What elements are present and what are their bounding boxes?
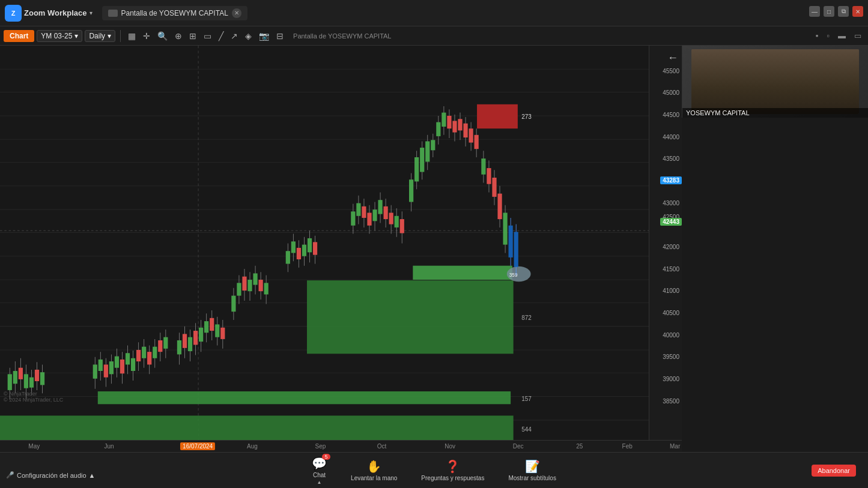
indicator-icon[interactable]: ◈ — [243, 30, 254, 42]
avatar-image — [682, 46, 868, 118]
zoom-logo: Z — [5, 5, 22, 22]
crosshair-icon[interactable]: ⊞ — [187, 30, 199, 42]
chat-label: Chat — [313, 472, 326, 478]
leave-button[interactable]: Abandonar — [812, 465, 856, 477]
price-39000: 39000 — [663, 376, 682, 382]
raise-hand-button[interactable]: ✋ Levantar la mano — [351, 459, 397, 481]
restore-button[interactable]: ⧉ — [838, 6, 849, 17]
maximize-button[interactable]: □ — [824, 6, 834, 17]
status-bar-text: Pantalla de YOSEWYM CAPITAL — [293, 32, 391, 40]
svg-rect-0 — [0, 46, 682, 452]
subtitles-button[interactable]: 📝 Mostrar subtítulos — [508, 459, 556, 481]
subtitles-label: Mostrar subtítulos — [508, 475, 556, 481]
price-45500: 45500 — [663, 68, 682, 74]
svg-rect-153 — [452, 121, 457, 132]
price-42000: 42000 — [663, 244, 682, 250]
close-button[interactable]: ✕ — [852, 6, 863, 17]
svg-rect-43 — [40, 372, 44, 385]
layout-icon-1[interactable]: ▪ — [813, 30, 822, 41]
minimize-button[interactable]: — — [809, 6, 820, 17]
price-39500: 39500 — [663, 354, 682, 360]
svg-rect-161 — [475, 135, 479, 149]
window-controls: — □ ⧉ ✕ — [809, 6, 863, 17]
audio-config[interactable]: 🎤 Configuración del audio ▲ — [6, 471, 95, 479]
timeframe-select[interactable]: Daily ▾ — [85, 30, 115, 42]
symbol-dropdown-arrow: ▾ — [74, 32, 78, 40]
svg-rect-53 — [115, 357, 119, 368]
qa-label: Preguntas y respuestas — [421, 475, 484, 481]
svg-rect-31 — [8, 374, 12, 390]
crosshair-tool-icon[interactable]: ✛ — [141, 30, 153, 42]
bar-chart-icon[interactable]: ▦ — [126, 30, 138, 42]
svg-rect-117 — [351, 211, 355, 225]
screen-close-button[interactable]: ✕ — [232, 8, 241, 18]
svg-rect-165 — [487, 168, 491, 184]
current-price-badge-42443: 42443 — [660, 218, 682, 226]
price-44000: 44000 — [663, 134, 682, 140]
svg-rect-41 — [35, 370, 39, 381]
svg-rect-159 — [469, 128, 473, 142]
svg-rect-121 — [362, 206, 366, 218]
layout-icon-3[interactable]: ▬ — [835, 30, 849, 41]
selected-date: 16/07/2024 — [180, 442, 215, 450]
zoom-out-icon[interactable]: 🔍 — [155, 30, 170, 42]
svg-rect-133 — [395, 216, 399, 227]
svg-rect-123 — [367, 212, 371, 225]
zoom-logo-text: Z — [11, 10, 16, 17]
chat-badge-count: 5 — [322, 454, 330, 460]
svg-rect-51 — [109, 361, 114, 374]
symbol-select[interactable]: YM 03-25 ▾ — [37, 30, 82, 42]
microphone-icon: 🎤 — [6, 471, 14, 479]
chart-toolbar: Chart YM 03-25 ▾ Daily ▾ ▦ ✛ 🔍 ⊕ ⊞ ▭ ╱ ↗… — [0, 26, 868, 46]
qa-button[interactable]: ❓ Preguntas y respuestas — [421, 459, 484, 481]
avatar-person — [691, 49, 858, 114]
price-40500: 40500 — [663, 310, 682, 316]
svg-rect-47 — [99, 360, 103, 371]
price-45000: 45000 — [663, 89, 682, 96]
zoom-logo-area: Z Zoom Workplace ▾ — [5, 5, 93, 22]
svg-rect-171 — [503, 212, 507, 244]
svg-rect-141 — [420, 148, 424, 172]
chat-button[interactable]: 💬5 Chat ▲ — [312, 456, 327, 485]
svg-rect-143 — [425, 141, 429, 161]
rectangle-icon[interactable]: ▭ — [201, 30, 214, 42]
svg-rect-99 — [253, 273, 257, 285]
svg-rect-39 — [29, 378, 34, 388]
screen-icon — [108, 10, 118, 17]
svg-rect-73 — [177, 340, 181, 354]
back-arrow-button[interactable]: ← — [667, 52, 678, 64]
svg-rect-175 — [514, 232, 518, 267]
chart-tab[interactable]: Chart — [4, 30, 34, 42]
svg-rect-79 — [193, 331, 198, 345]
svg-rect-101 — [258, 280, 263, 291]
camera-icon[interactable]: 📷 — [256, 30, 272, 42]
svg-rect-35 — [19, 368, 23, 379]
svg-rect-61 — [136, 350, 141, 361]
svg-text:544: 544 — [521, 425, 532, 433]
top-bar: Z Zoom Workplace ▾ Pantalla de YOSEWYM C… — [0, 0, 868, 26]
layout-icon-4[interactable]: ▭ — [851, 30, 864, 41]
svg-rect-21 — [98, 391, 511, 404]
arrow-icon[interactable]: ↗ — [228, 30, 240, 42]
svg-rect-111 — [302, 245, 306, 256]
svg-rect-65 — [147, 352, 151, 364]
chart-area[interactable]: ncelRSD(YM 03-25 (Daily)) 544 — [0, 46, 682, 452]
leave-icon[interactable]: Abandonar — [812, 465, 856, 477]
svg-rect-115 — [313, 242, 317, 255]
svg-rect-173 — [509, 226, 513, 258]
layout-icon-2[interactable]: ▫ — [824, 30, 833, 41]
grid-icon[interactable]: ⊟ — [274, 30, 286, 42]
svg-rect-19 — [0, 415, 514, 441]
dropdown-arrow[interactable]: ▾ — [90, 10, 93, 16]
chat-icon: 💬5 — [312, 456, 327, 471]
svg-rect-129 — [383, 206, 387, 219]
symbol-value: YM 03-25 — [41, 32, 72, 40]
svg-rect-135 — [400, 219, 404, 233]
svg-rect-97 — [247, 280, 252, 291]
line-icon[interactable]: ╱ — [216, 30, 226, 42]
svg-rect-137 — [409, 179, 413, 202]
price-43000: 43000 — [663, 200, 682, 206]
zoom-in-icon[interactable]: ⊕ — [172, 30, 184, 42]
time-25: 25 — [576, 443, 583, 450]
screen-tab[interactable]: Pantalla de YOSEWYM CAPITAL ✕ — [102, 6, 247, 20]
